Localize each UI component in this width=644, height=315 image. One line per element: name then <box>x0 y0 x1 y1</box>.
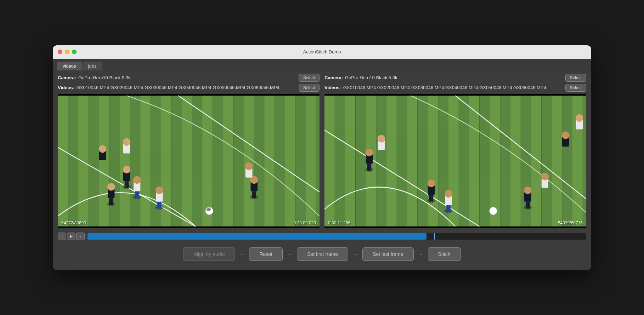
stitch-button[interactable]: Stitch <box>428 247 461 261</box>
left-frame-counter: 54272/80690 <box>61 220 86 225</box>
svg-rect-48 <box>369 164 371 170</box>
left-video-canvas <box>58 94 320 228</box>
svg-rect-29 <box>252 191 254 198</box>
left-select-camera-button[interactable]: Select <box>299 74 320 82</box>
svg-rect-2 <box>58 96 320 227</box>
svg-point-73 <box>576 114 583 121</box>
svg-point-62 <box>490 207 497 214</box>
svg-rect-30 <box>254 191 256 198</box>
window-title: ActionStitch Demo <box>303 49 341 55</box>
svg-rect-18 <box>135 191 137 198</box>
svg-point-22 <box>156 186 163 194</box>
right-video-canvas <box>324 94 586 228</box>
left-camera-value: GoPro Hero10 Black 5.3k <box>78 75 296 80</box>
right-camera-row: Camera: GoPro Hero10 Black 5.3k Select <box>324 74 586 82</box>
svg-point-34 <box>99 145 106 153</box>
minimize-button[interactable] <box>65 50 69 54</box>
action-bar: Align by audio → Reset → Set first frame… <box>58 244 586 267</box>
svg-rect-55 <box>431 195 433 201</box>
svg-rect-19 <box>137 191 139 198</box>
svg-rect-59 <box>446 205 448 212</box>
left-camera-label: Camera: <box>58 75 76 80</box>
tab-bar: videos jobs <box>53 59 591 70</box>
app-window: ActionStitch Demo videos jobs Camera: Go… <box>53 45 591 270</box>
right-select-videos-button[interactable]: Select <box>565 84 586 92</box>
svg-rect-14 <box>126 181 129 188</box>
right-videos-label: Videos: <box>324 85 341 90</box>
svg-point-17 <box>133 176 141 183</box>
set-first-frame-button[interactable]: Set first frame <box>297 247 348 261</box>
svg-point-36 <box>123 138 130 145</box>
svg-point-32 <box>245 162 253 170</box>
right-video-panel: 0:30:11.266 54339/80715 <box>324 94 586 228</box>
arrow-4: → <box>414 251 428 257</box>
svg-rect-13 <box>125 181 127 188</box>
left-videos-row: Videos: GX010046.MP4 GX020046.MP4 GX0300… <box>58 84 320 92</box>
left-camera-row: Camera: GoPro Hero10 Black 5.3k Select <box>58 74 320 82</box>
svg-rect-54 <box>429 195 431 201</box>
reset-button[interactable]: Reset <box>249 247 283 261</box>
svg-point-58 <box>445 190 452 197</box>
svg-rect-67 <box>528 201 530 208</box>
set-last-frame-button[interactable]: Set last frame <box>362 247 413 261</box>
svg-rect-9 <box>111 198 113 205</box>
right-videos-row: Videos: GX010046.MP4 GX020046.MP4 GX0300… <box>324 84 586 92</box>
right-camera-value: GoPro Hero10 Black 5.3k <box>345 75 563 80</box>
svg-rect-39 <box>324 96 586 227</box>
svg-point-69 <box>541 173 549 180</box>
svg-point-53 <box>428 179 435 187</box>
tab-videos[interactable]: videos <box>57 62 82 70</box>
svg-rect-47 <box>367 164 369 170</box>
left-select-videos-button[interactable]: Select <box>299 84 320 92</box>
svg-point-50 <box>378 135 385 142</box>
timeline-bar[interactable] <box>87 233 586 240</box>
svg-point-7 <box>107 183 115 190</box>
tab-jobs[interactable]: jobs <box>83 62 102 70</box>
timeline-nav: ‹ ▶ › <box>58 233 85 240</box>
maximize-button[interactable] <box>72 50 77 54</box>
close-button[interactable] <box>58 50 62 54</box>
video-panels: 54272/80690 0:30:09.033 <box>58 94 586 228</box>
svg-point-65 <box>524 186 531 194</box>
main-content: Camera: GoPro Hero10 Black 5.3k Select V… <box>53 70 591 270</box>
right-camera-label: Camera: <box>324 75 343 80</box>
svg-rect-8 <box>109 198 111 205</box>
arrow-2: → <box>283 251 297 257</box>
svg-rect-23 <box>157 201 159 208</box>
svg-point-12 <box>123 166 130 173</box>
arrow-3: → <box>348 251 362 257</box>
right-panel-header: Camera: GoPro Hero10 Black 5.3k Select V… <box>324 74 586 94</box>
left-videos-value: GX010046.MP4 GX020046.MP4 GX030046.MP4 G… <box>77 85 296 90</box>
left-video-panel: 54272/80690 0:30:09.033 <box>58 94 320 228</box>
right-timestamp: 0:30:11.266 <box>328 220 350 225</box>
timeline-marker <box>434 233 435 240</box>
svg-point-46 <box>366 148 373 156</box>
right-videos-value: GX010046.MP4 GX020046.MP4 GX030046.MP4 G… <box>343 85 563 90</box>
left-panel-header: Camera: GoPro Hero10 Black 5.3k Select V… <box>58 74 320 94</box>
svg-rect-66 <box>526 201 528 208</box>
left-timestamp: 0:30:09.033 <box>294 220 316 225</box>
align-audio-button[interactable]: Align by audio <box>183 247 235 261</box>
svg-rect-24 <box>159 201 162 208</box>
left-videos-label: Videos: <box>58 85 74 90</box>
traffic-lights <box>58 50 77 54</box>
camera-panels-header: Camera: GoPro Hero10 Black 5.3k Select V… <box>58 74 586 94</box>
timeline-fill <box>87 233 426 240</box>
timeline-row: ‹ ▶ › <box>58 231 586 244</box>
play-button[interactable]: ▶ <box>67 233 75 240</box>
arrow-1: → <box>235 251 249 257</box>
svg-point-71 <box>562 131 569 139</box>
next-button[interactable]: › <box>76 233 85 240</box>
right-frame-counter: 54339/80715 <box>558 220 583 225</box>
prev-button[interactable]: ‹ <box>58 233 66 240</box>
title-bar: ActionStitch Demo <box>53 45 591 59</box>
right-select-camera-button[interactable]: Select <box>565 74 586 82</box>
svg-rect-60 <box>448 205 451 212</box>
